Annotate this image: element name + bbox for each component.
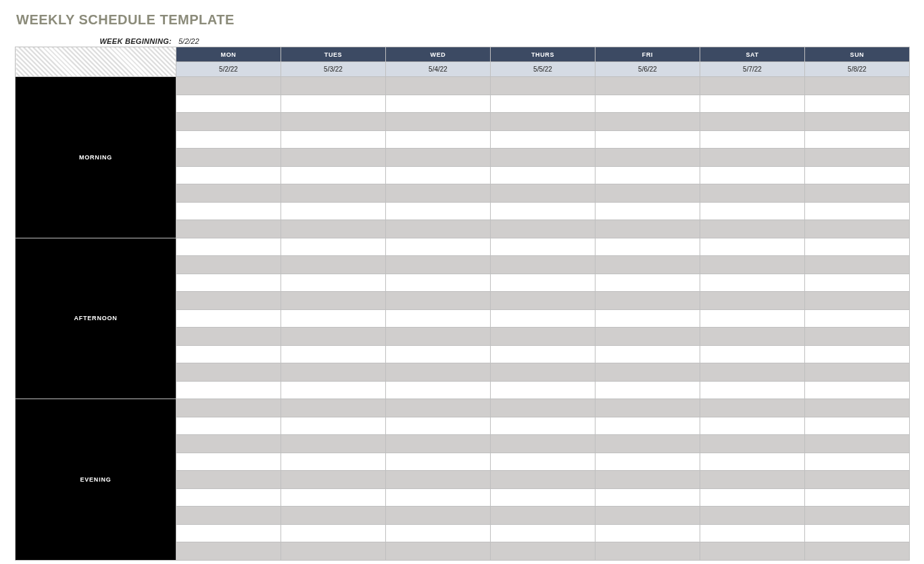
schedule-cell[interactable] [805, 274, 910, 292]
schedule-cell[interactable] [805, 417, 910, 435]
schedule-cell[interactable] [491, 166, 595, 184]
schedule-cell[interactable] [386, 363, 491, 382]
schedule-cell[interactable] [491, 130, 595, 149]
schedule-cell[interactable] [700, 524, 805, 542]
schedule-cell[interactable] [700, 345, 805, 363]
schedule-cell[interactable] [805, 399, 910, 417]
schedule-cell[interactable] [386, 471, 491, 489]
schedule-cell[interactable] [700, 274, 805, 292]
schedule-cell[interactable] [805, 488, 910, 507]
schedule-cell[interactable] [386, 488, 491, 507]
schedule-cell[interactable] [700, 399, 805, 417]
schedule-cell[interactable] [805, 184, 910, 203]
schedule-cell[interactable] [595, 435, 700, 453]
schedule-cell[interactable] [805, 220, 910, 238]
schedule-cell[interactable] [176, 309, 281, 328]
schedule-cell[interactable] [595, 345, 700, 363]
schedule-cell[interactable] [491, 399, 595, 417]
schedule-cell[interactable] [281, 220, 386, 238]
schedule-cell[interactable] [281, 507, 386, 525]
schedule-cell[interactable] [805, 113, 910, 131]
schedule-cell[interactable] [491, 149, 595, 167]
schedule-cell[interactable] [176, 202, 281, 220]
schedule-cell[interactable] [386, 149, 491, 167]
schedule-cell[interactable] [386, 453, 491, 471]
schedule-cell[interactable] [700, 256, 805, 274]
schedule-cell[interactable] [386, 256, 491, 274]
schedule-cell[interactable] [491, 363, 595, 382]
schedule-cell[interactable] [700, 471, 805, 489]
schedule-cell[interactable] [595, 309, 700, 328]
schedule-cell[interactable] [700, 202, 805, 220]
schedule-cell[interactable] [176, 471, 281, 489]
schedule-cell[interactable] [595, 274, 700, 292]
schedule-cell[interactable] [281, 524, 386, 542]
schedule-cell[interactable] [491, 256, 595, 274]
schedule-cell[interactable] [595, 417, 700, 435]
schedule-cell[interactable] [386, 435, 491, 453]
schedule-cell[interactable] [700, 130, 805, 149]
schedule-cell[interactable] [700, 328, 805, 346]
schedule-cell[interactable] [176, 542, 281, 561]
schedule-cell[interactable] [176, 184, 281, 203]
schedule-cell[interactable] [805, 202, 910, 220]
schedule-cell[interactable] [281, 417, 386, 435]
schedule-cell[interactable] [595, 149, 700, 167]
schedule-cell[interactable] [176, 256, 281, 274]
schedule-cell[interactable] [281, 542, 386, 561]
schedule-cell[interactable] [491, 471, 595, 489]
schedule-cell[interactable] [386, 417, 491, 435]
schedule-cell[interactable] [176, 166, 281, 184]
schedule-cell[interactable] [176, 77, 281, 95]
schedule-cell[interactable] [281, 130, 386, 149]
schedule-cell[interactable] [700, 542, 805, 561]
schedule-cell[interactable] [700, 166, 805, 184]
schedule-cell[interactable] [386, 524, 491, 542]
schedule-cell[interactable] [176, 149, 281, 167]
schedule-cell[interactable] [700, 488, 805, 507]
schedule-cell[interactable] [491, 381, 595, 399]
schedule-cell[interactable] [281, 363, 386, 382]
schedule-cell[interactable] [281, 77, 386, 95]
schedule-cell[interactable] [491, 220, 595, 238]
schedule-cell[interactable] [281, 345, 386, 363]
schedule-cell[interactable] [386, 542, 491, 561]
schedule-cell[interactable] [491, 453, 595, 471]
schedule-cell[interactable] [281, 471, 386, 489]
schedule-cell[interactable] [595, 399, 700, 417]
schedule-cell[interactable] [386, 292, 491, 310]
schedule-cell[interactable] [700, 507, 805, 525]
schedule-cell[interactable] [595, 130, 700, 149]
schedule-cell[interactable] [281, 256, 386, 274]
schedule-cell[interactable] [700, 309, 805, 328]
schedule-cell[interactable] [595, 202, 700, 220]
schedule-cell[interactable] [386, 309, 491, 328]
schedule-cell[interactable] [700, 95, 805, 113]
schedule-cell[interactable] [491, 345, 595, 363]
schedule-cell[interactable] [281, 166, 386, 184]
schedule-cell[interactable] [176, 453, 281, 471]
schedule-cell[interactable] [386, 399, 491, 417]
schedule-cell[interactable] [386, 77, 491, 95]
schedule-cell[interactable] [700, 363, 805, 382]
schedule-cell[interactable] [491, 95, 595, 113]
schedule-cell[interactable] [281, 292, 386, 310]
schedule-cell[interactable] [491, 524, 595, 542]
schedule-cell[interactable] [176, 363, 281, 382]
schedule-cell[interactable] [176, 328, 281, 346]
schedule-cell[interactable] [491, 292, 595, 310]
schedule-cell[interactable] [176, 274, 281, 292]
schedule-cell[interactable] [491, 435, 595, 453]
schedule-cell[interactable] [805, 166, 910, 184]
schedule-cell[interactable] [700, 238, 805, 256]
schedule-cell[interactable] [595, 488, 700, 507]
schedule-cell[interactable] [281, 488, 386, 507]
schedule-cell[interactable] [386, 238, 491, 256]
schedule-cell[interactable] [176, 95, 281, 113]
schedule-cell[interactable] [176, 292, 281, 310]
schedule-cell[interactable] [595, 292, 700, 310]
schedule-cell[interactable] [491, 274, 595, 292]
schedule-cell[interactable] [805, 471, 910, 489]
schedule-cell[interactable] [700, 417, 805, 435]
schedule-cell[interactable] [281, 238, 386, 256]
